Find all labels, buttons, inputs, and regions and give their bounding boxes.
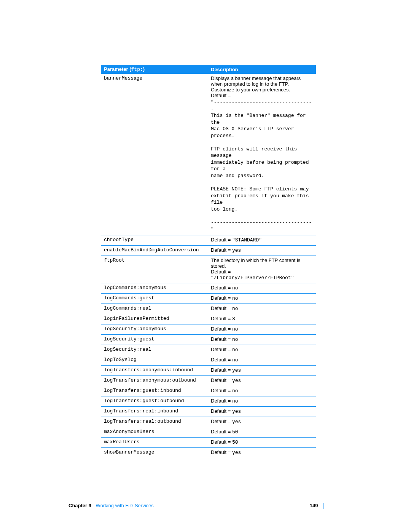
- desc-text: Displays a banner message that appears w…: [211, 75, 313, 93]
- header-parameter-close: ): [143, 66, 145, 72]
- desc-cell: Default = yes: [208, 447, 316, 458]
- default-line: Default = "STANDARD": [211, 237, 313, 243]
- table-row: maxRealUsersDefault = 50: [101, 437, 316, 447]
- default-label: Default =: [211, 316, 232, 321]
- desc-cell: Default = no: [208, 345, 316, 355]
- default-value: no: [232, 326, 238, 332]
- param-cell: logTransfers:guest:outbound: [101, 396, 208, 406]
- default-line: Default = no: [211, 398, 313, 404]
- page-number: 149: [310, 503, 318, 508]
- table-row: logTransfers:anonymous:outboundDefault =…: [101, 375, 316, 386]
- default-value: no: [232, 306, 238, 312]
- desc-cell: Default = no: [208, 355, 316, 365]
- table-row: logTransfers:guest:outboundDefault = no: [101, 396, 316, 406]
- default-label: Default =: [211, 269, 231, 275]
- param-cell: logTransfers:real:inbound: [101, 406, 208, 417]
- desc-cell: Default = yes: [208, 406, 316, 417]
- table-row: enableMacBinAndDmgAutoConversionDefault …: [101, 245, 316, 256]
- param-cell: logSecurity:real: [101, 345, 208, 355]
- table-row: logTransfers:real:inboundDefault = yes: [101, 406, 316, 417]
- default-line: Default = yes: [211, 367, 313, 373]
- default-block: "---------------------------------- This…: [211, 99, 313, 233]
- default-label: Default =: [211, 247, 232, 253]
- param-cell: maxAnonymousUsers: [101, 427, 208, 437]
- default-label: Default =: [211, 419, 232, 424]
- table-row: ftpRootThe directory in which the FTP co…: [101, 256, 316, 283]
- default-value: yes: [232, 409, 241, 414]
- param-cell: logTransfers:real:outbound: [101, 417, 208, 427]
- table-row: logTransfers:guest:inboundDefault = no: [101, 386, 316, 396]
- table-row: logToSyslogDefault = no: [101, 355, 316, 365]
- desc-cell: Default = yes: [208, 365, 316, 375]
- default-label: Default =: [211, 398, 232, 404]
- desc-cell: Default = no: [208, 283, 316, 293]
- default-value: no: [232, 398, 238, 404]
- desc-cell: Default = yes: [208, 245, 316, 256]
- default-label: Default =: [211, 285, 232, 291]
- param-cell: logCommands:guest: [101, 293, 208, 304]
- desc-cell: Default = 3: [208, 314, 316, 324]
- param-cell: logToSyslog: [101, 355, 208, 365]
- default-label: Default =: [211, 388, 232, 393]
- desc-cell: Default = no: [208, 386, 316, 396]
- param-cell: logTransfers:guest:inbound: [101, 386, 208, 396]
- param-cell: bannerMessage: [101, 74, 208, 235]
- desc-cell: Default = no: [208, 396, 316, 406]
- default-value: 50: [232, 429, 238, 435]
- default-value: yes: [232, 367, 241, 373]
- default-label: Default =: [211, 408, 232, 414]
- header-parameter-prefix: ftp:: [131, 67, 143, 72]
- param-cell: ftpRoot: [101, 256, 208, 283]
- param-cell: loginFailuresPermitted: [101, 314, 208, 324]
- default-line: Default = no: [211, 388, 313, 394]
- param-cell: enableMacBinAndDmgAutoConversion: [101, 245, 208, 256]
- parameter-table: Parameter (ftp:) Description bannerMessa…: [101, 65, 316, 458]
- desc-text: The directory in which the FTP content i…: [211, 257, 313, 269]
- desc-cell: The directory in which the FTP content i…: [208, 256, 316, 283]
- param-cell: logSecurity:anonymous: [101, 324, 208, 334]
- desc-cell: Default = no: [208, 293, 316, 304]
- default-line: Default = yes: [211, 377, 313, 383]
- param-cell: showBannerMessage: [101, 447, 208, 458]
- table-header-row: Parameter (ftp:) Description: [101, 65, 316, 74]
- table-row: logTransfers:anonymous:inboundDefault = …: [101, 365, 316, 375]
- default-line: Default = no: [211, 336, 313, 342]
- footer-separator-right: [323, 503, 323, 509]
- param-cell: logCommands:anonymous: [101, 283, 208, 293]
- default-value: yes: [232, 419, 241, 425]
- param-cell: logTransfers:anonymous:inbound: [101, 365, 208, 375]
- table-row: chrootTypeDefault = "STANDARD": [101, 235, 316, 245]
- default-line: Default = no: [211, 285, 313, 291]
- table-row: loginFailuresPermittedDefault = 3: [101, 314, 316, 324]
- desc-cell: Default = yes: [208, 417, 316, 427]
- default-line: Default = yes: [211, 247, 313, 253]
- default-label: Default =: [211, 377, 232, 383]
- default-line: Default = "/Library/FTPServer/FTPRoot": [211, 269, 313, 281]
- desc-cell: Default = no: [208, 334, 316, 345]
- default-line: Default = yes: [211, 408, 313, 414]
- default-value: no: [232, 285, 238, 291]
- table-row: logCommands:anonymousDefault = no: [101, 283, 316, 293]
- default-label: Default =: [211, 326, 232, 332]
- default-line: Default = no: [211, 305, 313, 312]
- desc-cell: Default = 50: [208, 427, 316, 437]
- param-cell: chrootType: [101, 235, 208, 245]
- default-label: Default =: [211, 305, 232, 311]
- default-line: Default = no: [211, 347, 313, 353]
- default-label: Default =: [211, 449, 232, 455]
- table-row: bannerMessageDisplays a banner message t…: [101, 74, 316, 235]
- default-value: "/Library/FTPServer/FTPRoot": [211, 275, 294, 281]
- default-value: no: [232, 347, 238, 353]
- default-line: Default = no: [211, 357, 313, 363]
- default-value: yes: [232, 378, 241, 383]
- default-value: no: [232, 357, 238, 363]
- default-value: no: [232, 388, 238, 394]
- default-line: Default = 50: [211, 439, 313, 445]
- header-description: Description: [208, 65, 316, 74]
- desc-cell: Default = "STANDARD": [208, 235, 316, 245]
- default-value: no: [232, 296, 238, 301]
- default-line: Default =: [211, 93, 313, 98]
- table-row: maxAnonymousUsersDefault = 50: [101, 427, 316, 437]
- default-label: Default =: [211, 439, 232, 445]
- table-row: showBannerMessageDefault = yes: [101, 447, 316, 458]
